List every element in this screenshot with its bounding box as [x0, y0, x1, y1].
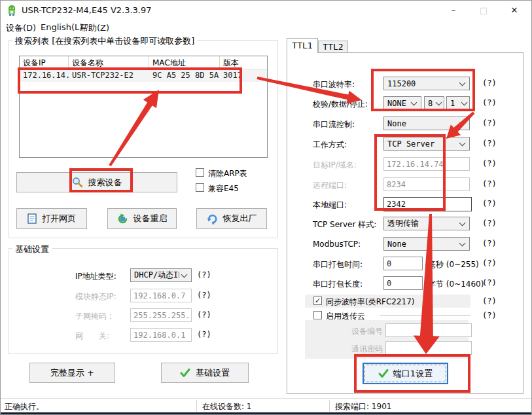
search-device-label: 搜索设备: [88, 177, 122, 189]
menu-device[interactable]: 设备(D): [4, 22, 38, 34]
local-port-help[interactable]: (?): [482, 199, 497, 208]
restart-device-button[interactable]: 设备重启: [107, 208, 177, 229]
chevron-down-icon: [436, 99, 442, 105]
flow-label: 串口流控制:: [313, 119, 355, 130]
flow-help[interactable]: (?): [482, 118, 497, 128]
remote-port-input[interactable]: [383, 177, 470, 191]
workmode-value: TCP Server: [384, 139, 457, 149]
check-icon: [378, 369, 389, 378]
databits-select[interactable]: 8: [424, 96, 444, 110]
device-table-header: 设备IP 设备名称 MAC地址 版本: [20, 56, 267, 69]
parity-label: 校验/数据/停止:: [313, 99, 368, 110]
tcpserver-style-select[interactable]: 透明传输: [383, 217, 470, 230]
port1-settings-button[interactable]: 端口1设置: [363, 363, 448, 384]
col-device-name[interactable]: 设备名称: [69, 56, 149, 69]
status-separator: [329, 400, 330, 412]
gateway-input[interactable]: [130, 328, 192, 342]
device-id-input[interactable]: [385, 323, 472, 337]
modbus-label: ModbusTCP:: [313, 240, 361, 249]
basic-settings-title: 基础设置: [12, 244, 52, 255]
col-version[interactable]: 版本: [220, 56, 267, 69]
window-title: USR-TCP232-M4,E45 V2.3.3.97: [22, 5, 152, 15]
subnet-mask-input[interactable]: [130, 308, 192, 322]
search-device-button[interactable]: 搜索设备: [16, 172, 177, 192]
sync-baud-help[interactable]: (?): [482, 297, 497, 306]
remote-port-label: 远程端口:: [313, 180, 347, 191]
cloud-checkbox[interactable]: [313, 311, 322, 319]
maximize-button: □: [469, 1, 498, 20]
factory-reset-button[interactable]: 恢复出厂: [196, 208, 267, 229]
compat-e45-checkbox[interactable]: [196, 183, 204, 192]
ip-type-label: IP地址类型:: [75, 271, 116, 282]
search-list-title: 搜索列表 [在搜索列表中单击设备即可读取参数]: [12, 35, 197, 47]
baud-select[interactable]: 115200: [383, 77, 470, 90]
parity-help[interactable]: (?): [482, 98, 497, 107]
factory-reset-label: 恢复出厂: [223, 213, 257, 225]
pack-time-help[interactable]: (?): [482, 259, 497, 268]
parity-value: NONE: [384, 99, 409, 108]
remote-port-help[interactable]: (?): [482, 179, 497, 189]
basic-settings-apply-button[interactable]: 基础设置: [161, 363, 249, 383]
window-bottom-edge: [1, 412, 531, 415]
sync-baud-label: 同步波特率(类RFC2217): [326, 297, 415, 308]
clear-arp-checkbox[interactable]: [196, 168, 204, 177]
dest-ip-label: 目标IP/域名:: [313, 160, 357, 171]
col-mac[interactable]: MAC地址: [149, 56, 220, 69]
static-ip-help[interactable]: (?): [197, 291, 211, 300]
tcpserver-style-help[interactable]: (?): [482, 219, 497, 228]
pack-time-input[interactable]: [383, 257, 423, 270]
stopbits-value: 1: [447, 99, 459, 108]
check-icon: [180, 369, 190, 378]
tcpserver-style-label: TCP Server 样式:: [313, 219, 376, 230]
minimize-button[interactable]: –: [439, 1, 468, 20]
tab-ttl2[interactable]: TTL2: [318, 41, 348, 53]
dest-ip-help[interactable]: (?): [482, 159, 497, 168]
gateway-help[interactable]: (?): [197, 330, 211, 339]
pack-len-input[interactable]: [383, 276, 423, 290]
open-webpage-button[interactable]: 打开网页: [16, 208, 87, 229]
chevron-down-icon: [459, 119, 466, 126]
sync-baud-checkbox[interactable]: ✓: [313, 297, 322, 305]
modbus-help[interactable]: (?): [482, 239, 497, 248]
pack-len-help[interactable]: (?): [482, 278, 497, 287]
full-display-label: 完整显示 +: [50, 367, 94, 379]
local-port-label: 本地端口:: [313, 200, 347, 211]
app-icon: [6, 5, 18, 16]
chevron-down-icon: [459, 79, 466, 86]
pack-time-label: 串口打包时间:: [313, 259, 363, 270]
menu-help[interactable]: 帮助(Z): [78, 22, 111, 34]
port1-settings-label: 端口1设置: [393, 368, 433, 380]
device-id-label: 设备编号: [328, 326, 383, 337]
tab-ttl1[interactable]: TTL1: [287, 38, 318, 53]
clear-arp-label: 清除ARP表: [208, 168, 247, 179]
modbus-select[interactable]: None: [383, 237, 470, 251]
ip-type-select[interactable]: DHCP/动态IP: [130, 268, 192, 282]
local-port-input[interactable]: [383, 197, 472, 211]
cloud-help[interactable]: (?): [482, 311, 497, 320]
open-webpage-label: 打开网页: [42, 213, 76, 225]
comm-password-input[interactable]: [385, 341, 472, 355]
cell-device-ip: 172.16.14.38: [20, 69, 69, 82]
workmode-label: 工作方式:: [313, 139, 347, 151]
subnet-mask-label: 子网掩码 :: [75, 311, 112, 322]
dest-ip-input[interactable]: [383, 157, 470, 171]
workmode-help[interactable]: (?): [482, 139, 497, 148]
subnet-mask-help[interactable]: (?): [197, 310, 211, 319]
basic-settings-apply-label: 基础设置: [196, 367, 230, 379]
cell-device-name: USR-TCP232-E2: [69, 69, 149, 82]
cell-mac: 9C A5 25 8D 5A 81: [149, 69, 220, 82]
gateway-label: 网 关:: [75, 331, 109, 342]
parity-select[interactable]: NONE: [383, 96, 421, 110]
stopbits-select[interactable]: 1: [446, 96, 470, 110]
full-display-button[interactable]: 完整显示 +: [29, 363, 115, 383]
close-button[interactable]: ✕: [500, 1, 529, 20]
menu-bar: 设备(D) English(L) 帮助(Z): [1, 20, 531, 35]
table-row[interactable]: 172.16.14.38 USR-TCP232-E2 9C A5 25 8D 5…: [20, 69, 267, 82]
usr-tcp232-setup-window: { "window": { "title": "USR-TCP232-M4,E4…: [0, 0, 532, 415]
ip-type-help[interactable]: (?): [197, 270, 211, 280]
static-ip-input[interactable]: [130, 289, 192, 302]
baud-help[interactable]: (?): [482, 79, 497, 88]
workmode-select[interactable]: TCP Server: [383, 137, 470, 151]
col-device-ip[interactable]: 设备IP: [20, 56, 69, 69]
flow-select[interactable]: None: [383, 117, 470, 130]
